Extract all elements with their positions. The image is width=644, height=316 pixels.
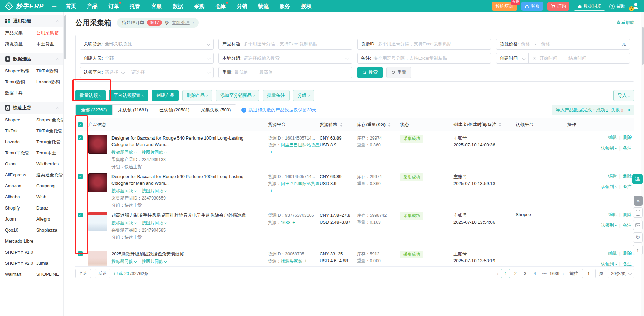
- edit-link[interactable]: 编辑: [608, 174, 617, 179]
- data-sync-button[interactable]: 数据同步: [574, 2, 605, 11]
- filter-source-id[interactable]: 货源ID: 多个用逗号分隔，支持Excel复制粘贴: [357, 39, 491, 50]
- sidebar-item-TikTok全托管[interactable]: TikTok全托管: [36, 125, 63, 136]
- sidebar-item-TikTok热销[interactable]: TikTok热销: [36, 65, 63, 77]
- sidebar-item-Mercado Libre[interactable]: Mercado Libre: [5, 236, 36, 247]
- tab-已认领 (20581)[interactable]: 已认领 (20581): [154, 105, 195, 115]
- nav-item-物流[interactable]: 物流: [258, 3, 269, 10]
- sidebar-section-通用功能[interactable]: 通用功能: [0, 15, 63, 27]
- sidebar-item-数据工具[interactable]: 数据工具: [5, 88, 36, 99]
- time-type-select[interactable]: 创建时间: [496, 53, 528, 63]
- page-size-select[interactable]: 20条/页: [608, 269, 634, 278]
- next-page-button[interactable]: ›: [561, 271, 565, 276]
- sidebar-item-Wildberries[interactable]: Wildberries: [36, 159, 63, 170]
- sidebar-item-Temu热销[interactable]: Temu热销: [5, 77, 36, 88]
- sidebar-item-Ozon[interactable]: Ozon: [5, 159, 36, 170]
- sidebar-item-Daraz[interactable]: Daraz: [36, 203, 63, 214]
- nav-item-客服[interactable]: 客服: [151, 3, 162, 10]
- search-same-title-link[interactable]: 搜标题同款: [111, 259, 136, 265]
- toolbar-button-删除产品[interactable]: 删除产品: [182, 90, 212, 101]
- sidebar-item-Amazon[interactable]: Amazon: [5, 181, 36, 192]
- claim-to-link[interactable]: 认领到: [601, 223, 617, 228]
- help-button[interactable]: ? 帮助: [609, 3, 625, 9]
- toolbar-button-创建产品[interactable]: 创建产品: [152, 90, 179, 101]
- tab-全部 (32762)[interactable]: 全部 (32762): [76, 105, 113, 115]
- claim-platform-sub-select[interactable]: 请选择: [128, 67, 213, 78]
- filter-related-source[interactable]: 关联货源: 全部关联货源: [80, 39, 214, 50]
- nav-item-数据[interactable]: 数据: [173, 3, 183, 10]
- remark-link[interactable]: 备注: [623, 146, 632, 151]
- mobile-preview-button[interactable]: [633, 207, 643, 218]
- app-logo[interactable]: 妙手ERP: [5, 2, 44, 11]
- claim-to-link[interactable]: 认领到: [601, 184, 617, 189]
- search-same-image-link[interactable]: 搜图片同款: [142, 188, 167, 194]
- edit-link[interactable]: 编辑: [608, 251, 617, 256]
- nav-item-仓库[interactable]: 仓库: [215, 3, 226, 10]
- nav-item-首页[interactable]: 首页: [66, 3, 76, 10]
- sidebar-item-Lazada热销[interactable]: Lazada热销: [36, 77, 63, 88]
- toolbar-button-分组[interactable]: 分组: [293, 90, 314, 101]
- nav-item-分销[interactable]: 分销: [237, 3, 247, 10]
- translate-button[interactable]: 译: [632, 174, 643, 184]
- tab-采集失败 (500)[interactable]: 采集失败 (500): [195, 105, 236, 115]
- sidebar-item-Wish[interactable]: Wish: [36, 192, 63, 203]
- remark-link[interactable]: 备注: [623, 223, 632, 228]
- process-now-link[interactable]: 立即处理: [172, 20, 190, 26]
- add-source-icon[interactable]: +: [304, 258, 307, 264]
- select-all-button[interactable]: 全选: [75, 269, 91, 278]
- remark-link[interactable]: 备注: [623, 184, 632, 189]
- goto-page-input[interactable]: [582, 269, 596, 278]
- filter-weight[interactable]: 重量: 最低值 - 最高值: [218, 67, 352, 78]
- sidebar-scrollbar[interactable]: [64, 15, 66, 59]
- training-button[interactable]: 预约培训 免费: [492, 2, 517, 11]
- claim-platform-select[interactable]: 认领平台: 请选择: [80, 67, 128, 78]
- source-link[interactable]: 1688: [281, 220, 291, 225]
- search-same-title-link[interactable]: 搜标题同款: [111, 220, 136, 226]
- toolbar-button-批量认领[interactable]: 批量认领: [75, 90, 106, 101]
- row-checkbox[interactable]: ✓: [78, 174, 83, 179]
- toolbar-button-批量备注[interactable]: 批量备注: [263, 90, 290, 101]
- source-link[interactable]: 阿里巴巴国际站货盘: [281, 181, 320, 186]
- back-to-top-button[interactable]: ↑: [633, 245, 643, 255]
- delete-link[interactable]: 删除: [623, 135, 632, 140]
- page-scrollbar[interactable]: [641, 12, 644, 316]
- claim-to-link[interactable]: 认领到: [601, 262, 617, 266]
- toolbar-button-添加至分销商品[interactable]: 添加至分销商品: [216, 90, 259, 101]
- reset-button[interactable]: 重置: [386, 67, 411, 78]
- sidebar-item-Alibaba[interactable]: Alibaba: [5, 192, 36, 203]
- nav-item-订单[interactable]: 订单: [108, 3, 119, 10]
- toolbar-button-平台认领配置[interactable]: 平台认领配置: [109, 90, 148, 101]
- delete-link[interactable]: 删除: [623, 174, 632, 179]
- sidebar-item-Shoplazza[interactable]: Shoplazza: [36, 225, 63, 236]
- sidebar-section-数据选品[interactable]: 数据选品: [0, 53, 63, 65]
- sidebar-item-速卖通全托管[interactable]: 速卖通全托管: [36, 170, 63, 181]
- sidebar-item-跨境货盘[interactable]: 跨境货盘: [5, 39, 36, 50]
- sidebar-item-SHOPLINE[interactable]: SHOPLINE: [36, 269, 63, 280]
- sidebar-item-Joom[interactable]: Joom: [5, 214, 36, 225]
- prev-page-button[interactable]: ‹: [496, 271, 500, 276]
- nav-item-产品[interactable]: 产品: [87, 3, 97, 10]
- close-icon[interactable]: ×: [627, 107, 630, 113]
- sidebar-item-产品采集[interactable]: 产品采集: [5, 28, 36, 39]
- search-same-image-link[interactable]: 搜图片同款: [142, 259, 167, 265]
- sidebar-item-Shopee[interactable]: Shopee: [5, 114, 36, 125]
- filter-product-title[interactable]: 产品标题: 多个用逗号分隔，支持Excel复制粘贴: [218, 39, 352, 50]
- sidebar-item-Shopee热销[interactable]: Shopee热销: [5, 65, 36, 77]
- add-source-icon[interactable]: +: [292, 220, 295, 225]
- sort-icon[interactable]: [499, 123, 501, 127]
- row-checkbox[interactable]: ✓: [78, 135, 83, 140]
- sidebar-item-TikTok[interactable]: TikTok: [5, 125, 36, 136]
- add-source-icon[interactable]: +: [270, 188, 273, 193]
- search-same-image-link[interactable]: 搜图片同款: [142, 220, 167, 226]
- row-checkbox[interactable]: ✓: [78, 213, 83, 217]
- page-button-1[interactable]: 1: [501, 269, 510, 278]
- view-help-link[interactable]: 查看帮助: [616, 20, 634, 26]
- sidebar-item-AliExpress[interactable]: AliExpress: [5, 170, 36, 181]
- sidebar-item-Jumia[interactable]: Jumia: [36, 258, 63, 269]
- sort-icon[interactable]: [388, 123, 391, 127]
- sidebar-item-Temu全托管[interactable]: Temu全托管: [36, 136, 63, 147]
- nav-item-服务[interactable]: 服务: [280, 3, 290, 10]
- remark-link[interactable]: 备注: [623, 262, 632, 266]
- nav-item-托管[interactable]: 托管: [130, 3, 140, 10]
- sidebar-item-Temu半托管[interactable]: Temu半托管: [5, 147, 36, 159]
- delete-link[interactable]: 删除: [623, 212, 632, 217]
